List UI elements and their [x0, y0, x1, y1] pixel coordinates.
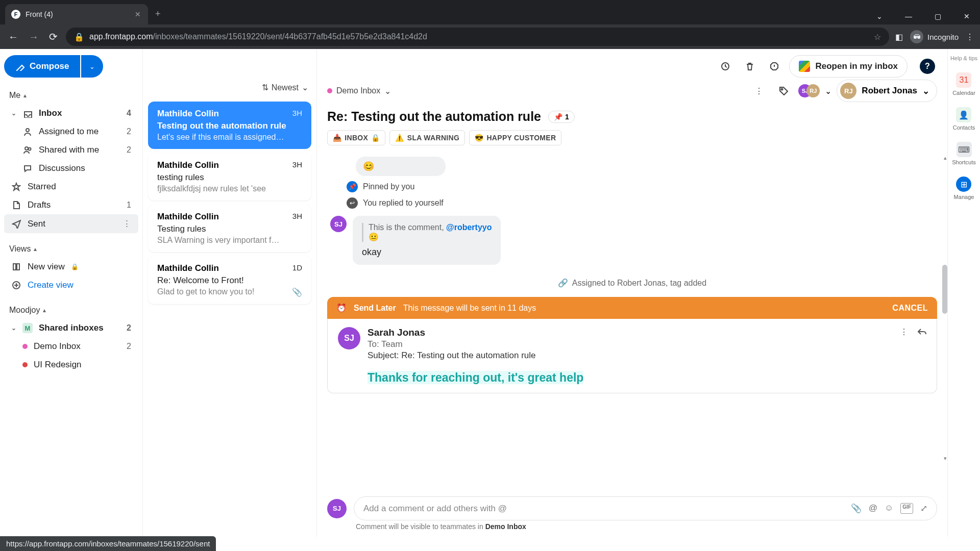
minimize-button[interactable]: —	[895, 8, 922, 24]
calendar-icon: 31	[956, 72, 971, 88]
conversation-pane: Reopen in my inbox ? Demo Inbox ⌄ ⋮ SJ R…	[316, 49, 947, 537]
svg-point-0	[26, 129, 29, 132]
rail-manage[interactable]: ⊞Manage	[954, 177, 974, 200]
rail-calendar[interactable]: 31Calendar	[952, 72, 975, 96]
conversation-card[interactable]: Mathilde Collin3H Testing out the automa…	[148, 102, 311, 149]
scheduled-message[interactable]: SJ Sarah Jonas To: Team Subject: Re: Tes…	[327, 319, 937, 393]
compose-button[interactable]: Compose	[4, 55, 80, 78]
chevron-down-icon: ⌄	[11, 110, 16, 117]
sidebar-ui-redesign[interactable]: UI Redesign	[4, 356, 138, 374]
sidebar-new-view[interactable]: New view 🔒	[4, 258, 138, 276]
sort-dropdown[interactable]: ⇅ Newest ⌄	[262, 83, 308, 92]
expand-icon[interactable]: ⤢	[920, 503, 927, 514]
moodjoy-section-header[interactable]: Moodjoy ▴	[4, 302, 138, 319]
incognito-indicator[interactable]: 🕶 Incognito	[910, 30, 959, 43]
mention[interactable]: @robertyyo	[446, 223, 492, 232]
apps-icon: ⊞	[956, 177, 971, 192]
scroll-up-icon[interactable]: ▴	[944, 155, 947, 161]
scrollbar-thumb[interactable]	[942, 265, 947, 314]
more-icon[interactable]: ⋮	[900, 327, 908, 337]
tag-happy[interactable]: 😎HAPPY CUSTOMER	[469, 130, 561, 145]
sidebar-discussions[interactable]: Discussions	[4, 159, 138, 178]
rail-contacts[interactable]: 👤Contacts	[953, 107, 975, 131]
sidebar-inbox[interactable]: ⌄ Inbox 4	[4, 104, 138, 122]
forward-button[interactable]: →	[27, 29, 41, 45]
reload-button[interactable]: ⟳	[47, 29, 60, 45]
new-tab-button[interactable]: +	[148, 4, 168, 24]
status-bar-url: https://app.frontapp.com/inboxes/teammat…	[0, 536, 216, 551]
views-section-header[interactable]: Views ▴	[4, 240, 138, 258]
address-bar[interactable]: 🔒 app.frontapp.com/inboxes/teammates/156…	[66, 28, 889, 46]
sidebar-shared-inboxes[interactable]: ⌄ M Shared inboxes 2	[4, 319, 138, 337]
dot-icon	[22, 344, 28, 349]
reopen-button[interactable]: Reopen in my inbox	[789, 55, 908, 78]
trash-icon[interactable]	[740, 57, 760, 76]
sunglasses-icon: 😎	[475, 134, 483, 142]
conversation-list: ⇅ Newest ⌄ Mathilde Collin3H Testing out…	[143, 49, 316, 537]
replied-indicator: ↩ You replied to yourself	[347, 197, 937, 209]
warning-icon: ⚠️	[395, 134, 404, 142]
help-icon[interactable]: ?	[920, 59, 935, 74]
calendar-icon	[799, 61, 810, 72]
comment-input[interactable]: Add a comment or add others with @ 📎 @ ☺…	[354, 496, 937, 520]
me-section-header[interactable]: Me ▴	[4, 87, 138, 104]
inbox-selector[interactable]: Demo Inbox ⌄	[327, 86, 391, 96]
window-controls: ⌄ — ▢ ✕	[866, 8, 980, 24]
sidebar-sent[interactable]: Sent ⋮	[4, 214, 138, 233]
sidebar-create-view[interactable]: Create view	[4, 276, 138, 294]
chevron-down-icon: ⌄	[922, 86, 929, 96]
extensions-icon[interactable]: ◧	[895, 32, 903, 42]
attachment-icon[interactable]: 📎	[851, 503, 862, 514]
maximize-button[interactable]: ▢	[924, 8, 951, 24]
user-icon	[22, 127, 33, 136]
mention-icon[interactable]: @	[869, 503, 877, 514]
more-icon[interactable]: ⋮	[122, 218, 131, 229]
pin-icon: 📌	[554, 113, 562, 121]
keyboard-icon: ⌨	[957, 142, 972, 157]
gif-icon[interactable]: GIF	[900, 503, 913, 514]
reply-icon[interactable]	[917, 327, 926, 338]
sidebar-shared[interactable]: Shared with me 2	[4, 141, 138, 159]
conversation-card[interactable]: Mathilde Collin3H testing rules fjlksdal…	[148, 153, 311, 201]
chevron-up-icon: ▴	[43, 307, 46, 314]
emoji-icon[interactable]: ☺	[885, 503, 893, 514]
sidebar-demo-inbox[interactable]: Demo Inbox 2	[4, 337, 138, 356]
chevron-down-icon[interactable]: ⌄	[825, 86, 831, 96]
subscribers[interactable]: SJ RJ	[798, 84, 820, 97]
spam-icon[interactable]	[765, 57, 784, 76]
compose-dropdown[interactable]: ⌄	[81, 55, 103, 78]
lock-icon: 🔒	[74, 32, 84, 42]
send-later-banner: ⏰ Send Later This message will be sent i…	[327, 297, 937, 319]
link-icon: 🔗	[558, 278, 568, 288]
chevron-up-icon: ▴	[34, 245, 37, 253]
avatar-sj: SJ	[330, 216, 347, 232]
rail-shortcuts[interactable]: ⌨Shortcuts	[952, 142, 975, 165]
draft-subject: Subject: Re: Testing out the automation …	[368, 350, 893, 361]
pin-count-badge[interactable]: 📌1	[548, 111, 575, 123]
scroll-down-icon[interactable]: ▾	[944, 455, 947, 462]
close-tab-icon[interactable]: ✕	[134, 9, 142, 19]
tag-inbox[interactable]: 📥INBOX🔒	[327, 130, 385, 145]
snooze-icon[interactable]	[716, 57, 735, 76]
cancel-send-button[interactable]: CANCEL	[892, 304, 928, 313]
users-icon	[22, 145, 33, 155]
star-icon	[11, 182, 21, 191]
conversation-subject: Re: Testing out the automation rule	[327, 109, 541, 124]
front-app: Compose ⌄ Me ▴ ⌄ Inbox 4 Assigned to me …	[0, 49, 980, 537]
activity-note: 🔗 Assigned to Robert Jonas, tag added	[327, 278, 937, 288]
incognito-icon: 🕶	[910, 30, 923, 43]
close-window-button[interactable]: ✕	[953, 8, 980, 24]
sidebar-drafts[interactable]: Drafts 1	[4, 196, 138, 214]
thread-body[interactable]: ▴ ▾ 😊 📌 Pinned by you ↩ You replied to y…	[317, 153, 947, 489]
url-path: /inboxes/teammates/15619220/sent/44b6377…	[153, 32, 427, 41]
bookmark-star-icon[interactable]: ☆	[874, 32, 881, 42]
tabs-dropdown-icon[interactable]: ⌄	[866, 8, 893, 24]
browser-tab[interactable]: F Front (4) ✕	[5, 4, 148, 24]
tag-sla[interactable]: ⚠️SLA WARNING	[389, 130, 465, 145]
sidebar-starred[interactable]: Starred	[4, 178, 138, 196]
sidebar-assigned[interactable]: Assigned to me 2	[4, 122, 138, 141]
back-button[interactable]: ←	[6, 29, 20, 45]
conversation-card[interactable]: Mathilde Collin1D Re: Welcome to Front! …	[148, 256, 311, 304]
conversation-card[interactable]: Mathilde Collin3H Testing rules SLA Warn…	[148, 205, 311, 252]
browser-menu-icon[interactable]: ⋮	[966, 32, 974, 42]
